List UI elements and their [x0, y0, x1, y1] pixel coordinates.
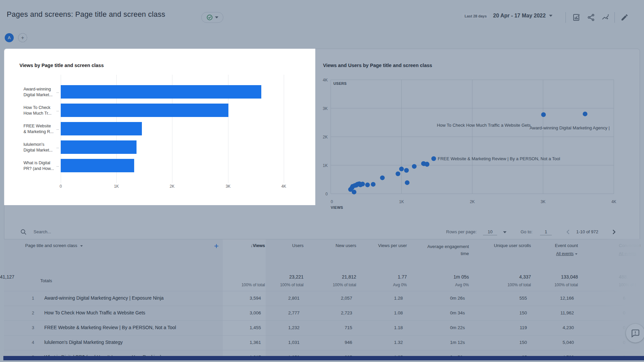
scatter-point: [405, 180, 410, 185]
cell-users: 1,232: [288, 325, 300, 330]
bar-x-tick-label: 3K: [226, 184, 231, 189]
scatter-x-axis-name: VIEWS: [331, 205, 343, 209]
totals-label: Totals: [40, 278, 52, 283]
bar-row[interactable]: [61, 122, 284, 135]
table-row[interactable]: 5 What is Digital PR? (and How It Improv…: [4, 350, 640, 356]
column-header-event-count[interactable]: Event count: [555, 243, 578, 248]
row-title: Award-winning Digital Marketing Agency |…: [44, 295, 164, 301]
column-header-new-users[interactable]: New users: [336, 243, 356, 248]
report-status-badge[interactable]: [201, 12, 223, 23]
add-column-button[interactable]: +: [214, 241, 219, 251]
edit-pencil-icon[interactable]: [621, 13, 629, 21]
bottom-bar: [3, 356, 644, 360]
column-header-scrolls[interactable]: Unique user scrolls: [494, 243, 531, 248]
date-preset-label: Last 28 days: [462, 13, 489, 19]
scatter-point-label: How To Check How Much Traffic a Website …: [437, 123, 531, 128]
column-header-views-per-user[interactable]: Views per user: [378, 243, 407, 248]
cell-views-per-user: 1.28: [394, 296, 403, 301]
scatter-point: [404, 168, 409, 173]
row-index: 4: [28, 340, 34, 345]
share-icon[interactable]: [587, 13, 595, 21]
totals-users: 23,221: [289, 274, 304, 280]
bar-x-tick-label: 1K: [114, 184, 119, 189]
scatter-point: [371, 182, 376, 187]
rows-per-page-label: Rows per page:: [446, 229, 477, 234]
add-comparison-button[interactable]: +: [18, 33, 27, 42]
cell-views: 1,361: [250, 340, 261, 345]
cell-users: 1,031: [288, 340, 300, 345]
row-index: 1: [28, 296, 34, 301]
date-range-picker[interactable]: 20 Apr - 17 May 2022: [493, 13, 552, 19]
column-header-avg-engagement[interactable]: Average engagement time: [419, 243, 469, 257]
scatter-point: [541, 112, 546, 117]
search-input[interactable]: Search...: [34, 229, 51, 234]
rows-per-page-select[interactable]: 10: [483, 229, 497, 235]
bar-category-label: What is DigitalPR? (and How...: [23, 160, 63, 172]
bar-chart-title: Views by Page title and screen class: [19, 63, 104, 68]
cell-views-per-user: 1.32: [394, 340, 403, 345]
bar-x-tick-label: 2K: [170, 184, 175, 189]
totals-scrolls: 4,337: [519, 274, 531, 280]
table-row[interactable]: 3 FREE Website & Marketing Review | By a…: [4, 320, 640, 336]
scatter-point: [365, 183, 370, 187]
table-row[interactable]: 1 Award-winning Digital Marketing Agency…: [4, 291, 640, 306]
edit-chart-icon[interactable]: [573, 13, 581, 21]
cell-new-users: 2,057: [341, 296, 352, 301]
row-title: FREE Website & Marketing Review | By a P…: [44, 325, 176, 330]
cell-new-users: 2,723: [341, 310, 352, 315]
scatter-point: [412, 164, 417, 169]
feedback-button[interactable]: [626, 324, 644, 343]
chevron-down-icon: [80, 245, 83, 247]
cell-events: 11,962: [560, 310, 574, 315]
cell-avg-engagement: 0m 26s: [450, 296, 465, 301]
bar-tick: [56, 129, 59, 130]
comparison-avatar[interactable]: A: [5, 33, 14, 42]
bar: [61, 85, 261, 99]
insights-icon[interactable]: [601, 13, 609, 21]
bar-row[interactable]: [61, 104, 284, 117]
cell-scrolls: 150: [519, 310, 527, 315]
table-divider: [4, 239, 640, 239]
totals-views: 41,127: [0, 274, 14, 280]
search-icon[interactable]: [20, 229, 27, 237]
scatter-y-tick: 1K: [323, 163, 328, 168]
scatter-point: [380, 175, 385, 180]
row-index: 2: [28, 310, 34, 315]
row-title: How To Check How Much Traffic a Website …: [44, 310, 145, 315]
scatter-y-tick: 3K: [323, 106, 328, 111]
column-header-users[interactable]: Users: [292, 243, 304, 248]
column-header-views[interactable]: ↓Views: [251, 243, 265, 248]
cell-events: 5,040: [562, 340, 574, 345]
bar-x-tick-label: 0: [60, 184, 62, 189]
row-index: 3: [28, 325, 34, 330]
chevron-down-icon[interactable]: [503, 231, 506, 233]
bar-tick: [56, 166, 59, 167]
scatter-point: [352, 190, 357, 194]
bar: [61, 140, 137, 154]
totals-events: 133,048: [561, 274, 578, 280]
table-row[interactable]: 4 lululemon's Digital Marketing Strategy…: [4, 335, 640, 350]
cell-scrolls: 150: [519, 340, 527, 345]
scatter-plot: 4K 3K 2K 1K 0 0 1K 2K 3K 4K USERS VIEWS …: [316, 72, 640, 217]
next-page-chevron-icon[interactable]: [610, 229, 617, 235]
totals-avg-engagement: 1m 05s: [453, 274, 469, 280]
pagination-range: 1-10 of 972: [576, 229, 598, 234]
bar-row[interactable]: [61, 85, 284, 99]
cell-new-users: 946: [344, 340, 352, 345]
totals-views-per-user: 1.77: [398, 274, 407, 280]
bar-tick: [56, 111, 59, 111]
scatter-point: [431, 156, 436, 161]
scatter-point-label: Award-winning Digital Marketing Agency |: [530, 125, 610, 130]
table-row[interactable]: 2 How To Check How Much Traffic a Websit…: [4, 306, 640, 321]
scatter-point: [399, 167, 404, 171]
cell-users: 2,801: [288, 296, 300, 301]
cell-scrolls: 555: [519, 296, 527, 301]
scatter-x-tick: 3K: [541, 199, 546, 204]
bar-row[interactable]: [61, 140, 284, 154]
dimension-header[interactable]: Page title and screen class: [25, 243, 83, 248]
bar-row[interactable]: [61, 159, 284, 172]
goto-page-input[interactable]: 1: [540, 229, 552, 235]
bar-category-label: Award-winningDigital Market...: [23, 86, 63, 98]
chevron-down-icon: [549, 15, 552, 17]
event-count-filter[interactable]: All events: [556, 251, 578, 256]
